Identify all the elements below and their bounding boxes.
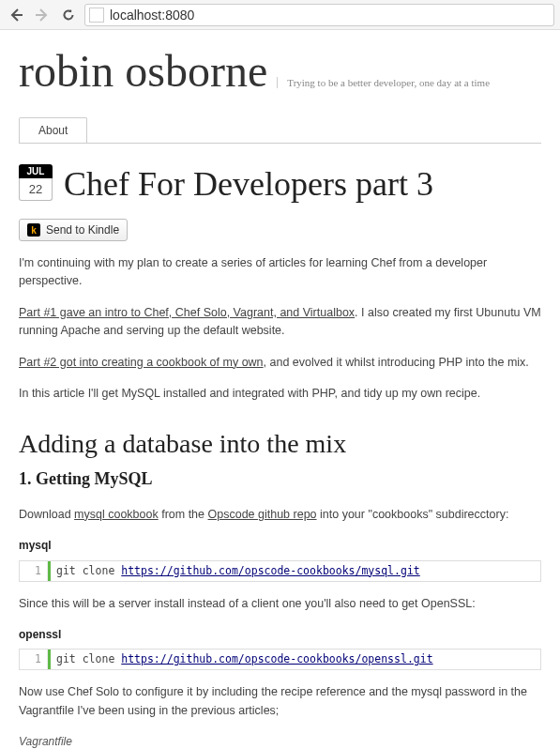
code-content: git clone https://github.com/opscode-coo… — [48, 650, 540, 669]
menu-about[interactable]: About — [19, 117, 87, 143]
paragraph: Download mysql cookbook from the Opscode… — [19, 506, 541, 524]
paragraph: Part #2 got into creating a cookbook of … — [19, 354, 541, 372]
arrow-right-icon — [35, 8, 50, 23]
section-heading: Adding a database into the mix — [19, 423, 541, 464]
code-gutter: 1 — [20, 650, 48, 669]
paragraph: I'm continuing with my plan to create a … — [19, 254, 541, 291]
link-mysql-cookbook[interactable]: mysql cookbook — [74, 508, 159, 521]
main-menu: About — [19, 117, 541, 144]
send-to-kindle-label: Send to Kindle — [46, 223, 119, 237]
code-block-openssl: 1 git clone https://github.com/opscode-c… — [19, 649, 541, 670]
post-title[interactable]: Chef For Developers part 3 — [64, 164, 433, 204]
post-date-month: JUL — [19, 164, 53, 178]
link-opscode-repo[interactable]: Opscode github repo — [208, 508, 317, 521]
code-gutter: 1 — [20, 561, 48, 581]
subsection-heading: 1. Getting MySQL — [19, 466, 541, 493]
post-date: JUL 22 — [19, 164, 53, 201]
link-openssl-git[interactable]: https://github.com/opscode-cookbooks/ope… — [121, 652, 432, 665]
browser-toolbar — [0, 0, 560, 30]
code-content: git clone https://github.com/opscode-coo… — [48, 561, 540, 581]
link-part1[interactable]: Part #1 gave an intro to Chef, Chef Solo… — [19, 306, 355, 319]
reload-icon — [61, 8, 76, 23]
page-icon — [89, 8, 104, 23]
paragraph: Part #1 gave an intro to Chef, Chef Solo… — [19, 304, 541, 341]
code-caption: mysql — [19, 537, 541, 555]
post-date-day: 22 — [19, 178, 53, 201]
site-tagline: Trying to be a better developer, one day… — [277, 77, 490, 88]
link-mysql-git[interactable]: https://github.com/opscode-cookbooks/mys… — [121, 564, 420, 577]
address-bar[interactable] — [84, 4, 554, 26]
page-content: robin osborne Trying to be a better deve… — [0, 30, 560, 749]
send-to-kindle-button[interactable]: k Send to Kindle — [19, 219, 128, 241]
back-button[interactable] — [6, 5, 26, 25]
article-body: I'm continuing with my plan to create a … — [19, 254, 541, 749]
paragraph: Now use Chef Solo to configure it by inc… — [19, 683, 541, 720]
paragraph: In this article I'll get MySQL installed… — [19, 385, 541, 403]
link-part2[interactable]: Part #2 got into creating a cookbook of … — [19, 356, 264, 369]
kindle-icon: k — [27, 223, 40, 237]
site-title[interactable]: robin osborne — [19, 45, 267, 97]
reload-button[interactable] — [58, 5, 79, 25]
url-input[interactable] — [108, 7, 550, 23]
forward-button[interactable] — [32, 5, 53, 25]
arrow-left-icon — [8, 8, 23, 23]
code-filename: Vagrantfile — [19, 733, 541, 749]
code-caption: openssl — [19, 626, 541, 644]
paragraph: Since this will be a server install inst… — [19, 595, 541, 613]
code-block-mysql: 1 git clone https://github.com/opscode-c… — [19, 560, 541, 582]
